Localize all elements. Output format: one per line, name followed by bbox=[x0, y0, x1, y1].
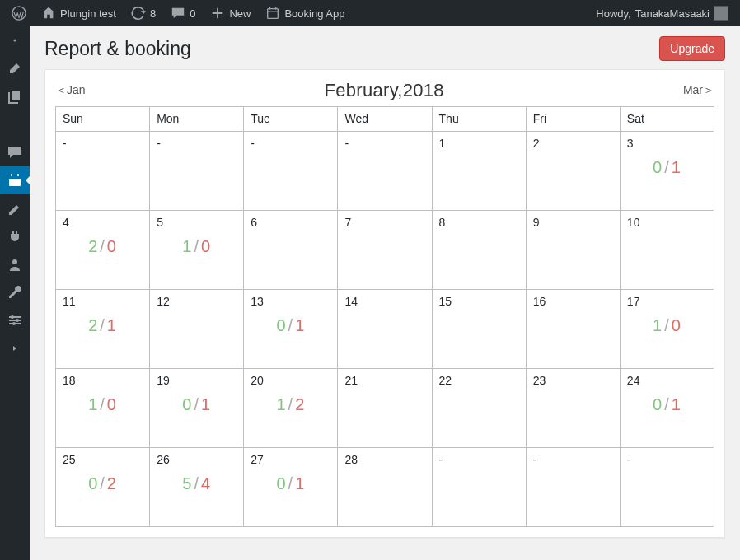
date-label: - bbox=[344, 137, 424, 150]
count-red: 0 bbox=[201, 237, 211, 255]
count-red: 1 bbox=[672, 395, 681, 413]
calendar-cell[interactable]: 22 bbox=[432, 369, 526, 448]
calendar-cell[interactable]: 30/1 bbox=[620, 132, 714, 211]
avatar bbox=[714, 6, 728, 21]
calendar-cell[interactable]: 201/2 bbox=[244, 369, 338, 448]
sidebar-item-dashboard[interactable] bbox=[0, 26, 30, 54]
sidebar-item-plugins[interactable] bbox=[0, 222, 30, 250]
calendar-cell[interactable]: 12 bbox=[150, 290, 244, 369]
calendar-cell[interactable]: - bbox=[526, 448, 620, 527]
admin-sidebar bbox=[0, 26, 30, 560]
calendar-cell[interactable]: - bbox=[56, 132, 150, 211]
count-red: 2 bbox=[107, 474, 117, 492]
new-content-link[interactable]: New bbox=[205, 0, 255, 26]
next-month-link[interactable]: Mar＞ bbox=[683, 83, 714, 98]
calendar-day-header: Thu bbox=[432, 107, 526, 132]
svg-point-6 bbox=[14, 40, 16, 42]
calendar-cell[interactable]: 9 bbox=[526, 211, 620, 290]
upgrade-button[interactable]: Upgrade bbox=[659, 36, 725, 61]
calendar-cell[interactable]: 8 bbox=[432, 211, 526, 290]
booking-app-link[interactable]: Booking App bbox=[260, 0, 349, 26]
calendar-cell[interactable]: 7 bbox=[338, 211, 432, 290]
calendar-cell[interactable]: - bbox=[150, 132, 244, 211]
sidebar-item-appearance[interactable] bbox=[0, 194, 30, 222]
calendar-cell[interactable]: 171/0 bbox=[620, 290, 714, 369]
count-green: 2 bbox=[88, 237, 98, 255]
count-sep: / bbox=[663, 316, 672, 334]
date-label: 11 bbox=[63, 295, 143, 308]
count-sep: / bbox=[98, 395, 107, 413]
booking-counts: 5/4 bbox=[150, 474, 243, 493]
calendar-cell[interactable]: 6 bbox=[244, 211, 338, 290]
calendar-day-header: Sun bbox=[56, 107, 150, 132]
calendar-cell[interactable]: 23 bbox=[526, 369, 620, 448]
date-label: 1 bbox=[439, 137, 519, 150]
calendar-cell[interactable]: 265/4 bbox=[150, 448, 244, 527]
sidebar-item-users[interactable] bbox=[0, 250, 30, 278]
calendar-cell[interactable]: - bbox=[338, 132, 432, 211]
sidebar-item-posts[interactable] bbox=[0, 54, 30, 82]
calendar-cell[interactable]: 190/1 bbox=[150, 369, 244, 448]
svg-point-18 bbox=[16, 319, 19, 322]
comments-link[interactable]: 0 bbox=[166, 0, 200, 26]
date-label: 26 bbox=[157, 453, 237, 466]
count-red: 2 bbox=[295, 395, 305, 413]
calendar-cell[interactable]: 28 bbox=[338, 448, 432, 527]
prev-month-link[interactable]: ＜Jan bbox=[55, 83, 86, 98]
count-green: 2 bbox=[88, 316, 98, 334]
new-label: New bbox=[229, 7, 251, 20]
sidebar-item-settings[interactable] bbox=[0, 306, 30, 334]
calendar-cell[interactable]: - bbox=[432, 448, 526, 527]
date-label: 28 bbox=[344, 453, 424, 466]
date-label: 23 bbox=[533, 374, 613, 387]
booking-counts: 1/0 bbox=[150, 237, 243, 256]
wordpress-logo-icon[interactable] bbox=[7, 0, 31, 26]
sidebar-item-comments[interactable] bbox=[0, 138, 30, 166]
date-label: 21 bbox=[344, 374, 424, 387]
sidebar-item-tools[interactable] bbox=[0, 278, 30, 306]
my-account-link[interactable]: Howdy, TanakaMasaaki bbox=[591, 0, 733, 26]
calendar-cell[interactable]: 112/1 bbox=[56, 290, 150, 369]
count-red: 1 bbox=[107, 316, 117, 334]
count-sep: / bbox=[287, 395, 296, 413]
calendar-cell[interactable]: 10 bbox=[620, 211, 714, 290]
site-name-link[interactable]: Plungin test bbox=[36, 0, 121, 26]
sidebar-item-booking[interactable] bbox=[0, 166, 30, 194]
count-red: 1 bbox=[295, 474, 305, 492]
calendar-panel: ＜Jan February,2018 Mar＞ SunMonTueWedThuF… bbox=[44, 69, 725, 538]
calendar-cell[interactable]: 181/0 bbox=[56, 369, 150, 448]
count-sep: / bbox=[192, 474, 201, 492]
count-green: 0 bbox=[653, 395, 663, 413]
calendar-cell[interactable]: 240/1 bbox=[620, 369, 714, 448]
count-sep: / bbox=[192, 395, 201, 413]
date-label: 12 bbox=[157, 295, 237, 308]
user-name: TanakaMasaaki bbox=[635, 7, 710, 20]
date-label: - bbox=[439, 453, 519, 466]
updates-link[interactable]: 8 bbox=[126, 0, 161, 26]
calendar-cell[interactable]: 270/1 bbox=[244, 448, 338, 527]
calendar-cell[interactable]: 1 bbox=[432, 132, 526, 211]
booking-counts: 2/0 bbox=[56, 237, 149, 256]
calendar-cell[interactable]: 51/0 bbox=[150, 211, 244, 290]
calendar-cell[interactable]: 42/0 bbox=[56, 211, 150, 290]
page-header: Report & booking Upgrade bbox=[44, 36, 725, 61]
calendar-cell[interactable]: 21 bbox=[338, 369, 432, 448]
date-label: 15 bbox=[439, 295, 519, 308]
calendar-cell[interactable]: 16 bbox=[526, 290, 620, 369]
count-green: 5 bbox=[182, 474, 192, 492]
calendar-cell[interactable]: - bbox=[620, 448, 714, 527]
sidebar-item-pages[interactable] bbox=[0, 110, 30, 138]
calendar-cell[interactable]: 130/1 bbox=[244, 290, 338, 369]
booking-counts: 2/1 bbox=[56, 316, 149, 335]
count-sep: / bbox=[98, 474, 107, 492]
calendar-cell[interactable]: 14 bbox=[338, 290, 432, 369]
calendar-cell[interactable]: - bbox=[244, 132, 338, 211]
calendar-cell[interactable]: 250/2 bbox=[56, 448, 150, 527]
calendar-cell[interactable]: 2 bbox=[526, 132, 620, 211]
calendar-cell[interactable]: 15 bbox=[432, 290, 526, 369]
sidebar-item-collapse[interactable] bbox=[0, 334, 30, 362]
calendar-day-header: Wed bbox=[338, 107, 432, 132]
booking-counts: 0/1 bbox=[244, 474, 337, 493]
count-red: 0 bbox=[107, 237, 117, 255]
sidebar-item-media[interactable] bbox=[0, 82, 30, 110]
